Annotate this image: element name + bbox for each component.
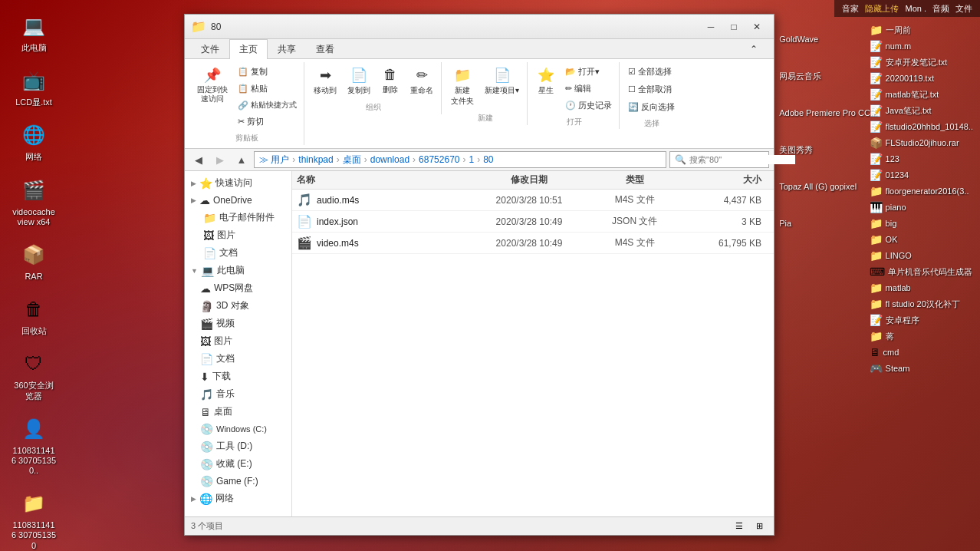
desktop-icon-left-3[interactable]: 🎬 videocacheview x64 <box>8 172 60 230</box>
desktop-icon-left-6[interactable]: 🛡 360安全浏览器 <box>8 345 60 404</box>
path-1[interactable]: 1 <box>469 154 474 165</box>
nav-game-f[interactable]: 💿 Game (F:) <box>185 473 291 490</box>
path-home[interactable]: ≫ 用户 <box>259 153 289 167</box>
file-row-video[interactable]: 🎬 video.m4s 2020/3/28 10:49 M4S 文件 61,79… <box>292 233 774 254</box>
up-button[interactable]: ▲ <box>232 151 251 168</box>
col-header-date[interactable]: 修改日期 <box>465 173 592 186</box>
nav-music[interactable]: 🎵 音乐 <box>185 385 291 403</box>
nav-network[interactable]: ▶ 🌐 网络 <box>185 490 291 507</box>
nav-desktop[interactable]: 🖥 桌面 <box>185 403 291 421</box>
forward-button[interactable]: ▶ <box>211 151 229 168</box>
desktop-icon-right-11[interactable]: 🎹 piano <box>867 200 976 214</box>
desktop-icon-left-5[interactable]: 🗑 回收站 <box>8 291 60 339</box>
copy-button[interactable]: 📋 复制 <box>234 64 301 80</box>
ribbon-tab-share[interactable]: 共享 <box>268 39 306 59</box>
select-all-button[interactable]: ☑ 全部选择 <box>624 64 679 80</box>
desktop-icon-right-4[interactable]: 📝 matlab笔记.txt <box>867 87 976 101</box>
desktop-icon-left-2[interactable]: 🌐 网络 <box>8 117 60 165</box>
desktop-icon-left-0[interactable]: 💻 此电脑 <box>8 8 60 56</box>
nav-onedrive[interactable]: ▶ ☁ OneDrive <box>185 192 291 209</box>
desktop-icon-right-2[interactable]: 📝 安卓开发笔记.txt <box>867 55 976 69</box>
nav-pictures2[interactable]: 🖼 图片 <box>185 332 291 350</box>
deselect-all-button[interactable]: ☐ 全部取消 <box>624 81 679 97</box>
minimize-button[interactable]: ─ <box>700 19 722 35</box>
desktop-icon-left-1[interactable]: 📺 LCD显.txt <box>8 62 60 111</box>
nav-windows-c[interactable]: 💿 Windows (C:) <box>185 421 291 437</box>
ribbon-tab-home[interactable]: 主页 <box>229 39 268 59</box>
nav-wps-cloud[interactable]: ☁ WPS网盘 <box>185 279 291 297</box>
desktop-icon-right-6[interactable]: 📝 flstudio20hhbd_10148.. <box>867 120 976 134</box>
edit-button[interactable]: ✏ 编辑 <box>561 81 616 97</box>
desktop-icon-right-9[interactable]: 📝 01234 <box>867 168 976 182</box>
desktop-icon-right-18[interactable]: 📝 安卓程序 <box>867 313 976 327</box>
desktop-icon-right-5[interactable]: 📝 Java笔记.txt <box>867 104 976 117</box>
list-view-button[interactable]: ☰ <box>731 520 748 533</box>
move-to-button[interactable]: ➡ 移动到 <box>309 64 341 99</box>
desktop-icon-right-13[interactable]: 📁 OK <box>867 233 976 246</box>
desktop-icon-right-14[interactable]: 📁 LINGO <box>867 249 976 262</box>
col-header-name[interactable]: 名称 <box>297 173 465 186</box>
path-download[interactable]: download <box>370 154 409 165</box>
desktop-icon-right-16[interactable]: 📁 matlab <box>867 281 976 295</box>
desktop-icon-right-12[interactable]: 📁 big <box>867 216 976 230</box>
search-box[interactable]: 🔍 <box>669 151 769 168</box>
search-input[interactable] <box>689 155 795 164</box>
desktop-icon-left-4[interactable]: 📦 RAR <box>8 236 60 285</box>
col-header-type[interactable]: 类型 <box>593 173 677 186</box>
paste-button[interactable]: 📋 粘贴 <box>234 81 301 97</box>
nav-downloads[interactable]: ⬇ 下载 <box>185 368 291 385</box>
cut-button[interactable]: ✂ 剪切 <box>234 114 301 130</box>
rename-button[interactable]: ✏ 重命名 <box>406 64 438 99</box>
file-row-audio[interactable]: 🎵 audio.m4s 2020/3/28 10:51 M4S 文件 4,437… <box>292 190 774 211</box>
new-folder-button[interactable]: 📁 新建文件夹 <box>446 64 478 110</box>
copy-to-button[interactable]: 📄 复制到 <box>343 64 375 99</box>
top-bar-item2[interactable]: 隐藏上传 <box>865 3 899 15</box>
path-id[interactable]: 68752670 <box>419 154 459 165</box>
path-desktop[interactable]: 桌面 <box>343 153 361 167</box>
file-row-index[interactable]: 📄 index.json 2020/3/28 10:49 JSON 文件 3 K… <box>292 211 774 233</box>
pin-to-quickaccess-button[interactable]: 📌 固定到快速访问 <box>192 64 232 130</box>
desktop-icon-right-17[interactable]: 📁 fl studio 20汉化补丁 <box>867 297 976 311</box>
desktop-icon-right-15[interactable]: ⌨ 单片机音乐代码生成器 <box>867 265 976 279</box>
path-user[interactable]: thinkpad <box>298 154 333 165</box>
path-80[interactable]: 80 <box>483 154 493 165</box>
detail-view-button[interactable]: ⊞ <box>751 520 768 533</box>
desktop-icon-right-3[interactable]: 📝 20200119.txt <box>867 71 976 85</box>
desktop-icon-right-0[interactable]: 📁 一周前 <box>867 23 976 37</box>
desktop-icon-left-8[interactable]: 📁 1108311416 307051350 <box>8 485 60 551</box>
desktop-icon-right-21[interactable]: 🎮 Steam <box>867 361 976 375</box>
desktop-icon-right-7[interactable]: 📦 FLStudio20jihuo.rar <box>867 136 976 150</box>
nav-quick-access[interactable]: ▶ ⭐ 快速访问 <box>185 174 291 192</box>
open-dropdown-button[interactable]: 📂 打开▾ <box>561 64 616 80</box>
nav-documents2[interactable]: 📄 文档 <box>185 350 291 368</box>
copy-label: 复制 <box>251 66 268 78</box>
desktop-icon-right-20[interactable]: 🖥 cmd <box>867 345 976 359</box>
nav-3d-objects[interactable]: 🗿 3D 对象 <box>185 297 291 315</box>
back-button[interactable]: ◀ <box>189 151 208 168</box>
ribbon-tab-file[interactable]: 文件 <box>191 39 229 59</box>
nav-favorites-e[interactable]: 💿 收藏 (E:) <box>185 455 291 473</box>
nav-video[interactable]: 🎬 视频 <box>185 315 291 332</box>
ribbon-collapse-button[interactable]: ⌃ <box>743 41 765 57</box>
address-path[interactable]: ≫ 用户 › thinkpad › 桌面 › download › 687526… <box>254 151 666 168</box>
nav-email-attachments[interactable]: 📁 电子邮件附件 <box>185 209 291 226</box>
close-button[interactable]: ✕ <box>746 19 768 35</box>
nav-documents[interactable]: 📄 文档 <box>185 244 291 262</box>
desktop-icon-right-8[interactable]: 📝 123 <box>867 152 976 166</box>
col-header-size[interactable]: 大小 <box>677 173 769 186</box>
invert-select-button[interactable]: 🔄 反向选择 <box>624 99 679 115</box>
maximize-button[interactable]: □ <box>723 19 745 35</box>
paste-shortcut-button[interactable]: 🔗 粘贴快捷方式 <box>234 97 301 113</box>
desktop-icon-right-19[interactable]: 📁 蒋 <box>867 329 976 343</box>
open-button[interactable]: ⭐ 星生 <box>532 64 560 114</box>
nav-tools-d[interactable]: 💿 工具 (D:) <box>185 437 291 455</box>
desktop-icon-right-10[interactable]: 📁 floorgenerator2016(3.. <box>867 184 976 198</box>
history-button[interactable]: 🕐 历史记录 <box>561 97 616 114</box>
nav-pictures[interactable]: 🖼 图片 <box>185 226 291 244</box>
ribbon-tab-view[interactable]: 查看 <box>306 39 344 59</box>
nav-this-pc[interactable]: ▼ 💻 此电脑 <box>185 262 291 279</box>
new-item-button[interactable]: 📄 新建项目▾ <box>480 64 524 110</box>
desktop-icon-right-1[interactable]: 📝 num.m <box>867 39 976 53</box>
delete-button[interactable]: 🗑 删除 <box>377 64 404 99</box>
desktop-icon-left-7[interactable]: 👤 1108311416 307051350.. <box>8 411 60 480</box>
